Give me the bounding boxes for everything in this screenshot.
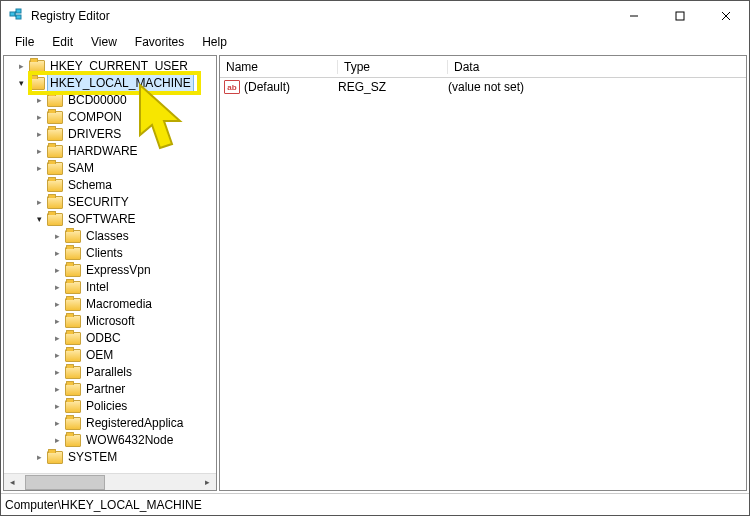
app-icon — [9, 8, 25, 24]
tree-item[interactable]: Macromedia — [6, 296, 216, 313]
chevron-right-icon[interactable] — [50, 415, 64, 432]
chevron-down-icon[interactable] — [14, 75, 28, 92]
folder-icon — [65, 298, 81, 311]
tree-item[interactable]: Parallels — [6, 364, 216, 381]
scroll-left-icon[interactable]: ◂ — [4, 474, 21, 491]
value-row[interactable]: ab(Default)REG_SZ(value not set) — [220, 78, 746, 96]
tree-item-label: Policies — [84, 398, 129, 415]
chevron-right-icon[interactable] — [50, 347, 64, 364]
horizontal-scrollbar[interactable]: ◂ ▸ — [4, 473, 216, 490]
tree-item[interactable]: DRIVERS — [6, 126, 216, 143]
tree-item-label: SECURITY — [66, 194, 131, 211]
folder-icon — [65, 400, 81, 413]
folder-icon — [47, 213, 63, 226]
tree-item[interactable]: BCD00000 — [6, 92, 216, 109]
tree-item[interactable]: SOFTWARE — [6, 211, 216, 228]
tree-item-label: Clients — [84, 245, 125, 262]
tree-item[interactable]: SAM — [6, 160, 216, 177]
tree-item[interactable]: HKEY_LOCAL_MACHINE — [6, 75, 216, 92]
status-path: Computer\HKEY_LOCAL_MACHINE — [5, 498, 202, 512]
menu-edit[interactable]: Edit — [44, 33, 81, 51]
content-area: HKEY_CURRENT_USERHKEY_LOCAL_MACHINEBCD00… — [1, 53, 749, 493]
tree-item[interactable]: HARDWARE — [6, 143, 216, 160]
folder-icon — [47, 179, 63, 192]
column-name[interactable]: Name — [220, 60, 338, 74]
folder-icon — [65, 366, 81, 379]
tree-item[interactable]: OEM — [6, 347, 216, 364]
folder-icon — [47, 451, 63, 464]
tree-item[interactable]: WOW6432Node — [6, 432, 216, 449]
column-type[interactable]: Type — [338, 60, 448, 74]
menu-file[interactable]: File — [7, 33, 42, 51]
scroll-thumb[interactable] — [25, 475, 105, 490]
registry-tree[interactable]: HKEY_CURRENT_USERHKEY_LOCAL_MACHINEBCD00… — [4, 56, 216, 468]
chevron-right-icon[interactable] — [50, 330, 64, 347]
chevron-right-icon[interactable] — [50, 313, 64, 330]
tree-item[interactable]: Clients — [6, 245, 216, 262]
tree-item[interactable]: ExpressVpn — [6, 262, 216, 279]
folder-icon — [65, 230, 81, 243]
chevron-right-icon[interactable] — [50, 381, 64, 398]
tree-item-label: OEM — [84, 347, 115, 364]
close-button[interactable] — [703, 1, 749, 31]
chevron-right-icon[interactable] — [50, 296, 64, 313]
tree-item-label: ExpressVpn — [84, 262, 153, 279]
tree-item[interactable]: SECURITY — [6, 194, 216, 211]
tree-item-label: Macromedia — [84, 296, 154, 313]
chevron-right-icon[interactable] — [32, 160, 46, 177]
menu-help[interactable]: Help — [194, 33, 235, 51]
title-bar[interactable]: Registry Editor — [1, 1, 749, 31]
minimize-button[interactable] — [611, 1, 657, 31]
tree-item[interactable]: SYSTEM — [6, 449, 216, 466]
chevron-right-icon[interactable] — [14, 58, 28, 75]
folder-icon — [47, 128, 63, 141]
column-data[interactable]: Data — [448, 60, 746, 74]
chevron-right-icon[interactable] — [32, 109, 46, 126]
menu-bar: File Edit View Favorites Help — [1, 31, 749, 53]
chevron-right-icon[interactable] — [32, 194, 46, 211]
tree-item[interactable]: HKEY_CURRENT_USER — [6, 58, 216, 75]
maximize-button[interactable] — [657, 1, 703, 31]
chevron-right-icon[interactable] — [50, 364, 64, 381]
chevron-right-icon[interactable] — [32, 92, 46, 109]
chevron-right-icon[interactable] — [50, 279, 64, 296]
menu-favorites[interactable]: Favorites — [127, 33, 192, 51]
chevron-right-icon[interactable] — [50, 245, 64, 262]
folder-icon — [65, 315, 81, 328]
tree-item[interactable]: Classes — [6, 228, 216, 245]
menu-view[interactable]: View — [83, 33, 125, 51]
tree-item-label: DRIVERS — [66, 126, 123, 143]
values-header[interactable]: Name Type Data — [220, 56, 746, 78]
chevron-right-icon[interactable] — [32, 449, 46, 466]
scroll-right-icon[interactable]: ▸ — [199, 474, 216, 491]
tree-item[interactable]: COMPON — [6, 109, 216, 126]
tree-item[interactable]: Intel — [6, 279, 216, 296]
folder-icon — [65, 247, 81, 260]
tree-item-label: COMPON — [66, 109, 124, 126]
chevron-right-icon[interactable] — [32, 126, 46, 143]
chevron-right-icon[interactable] — [32, 143, 46, 160]
string-value-icon: ab — [224, 80, 240, 94]
values-list[interactable]: ab(Default)REG_SZ(value not set) — [220, 78, 746, 490]
svg-line-4 — [15, 14, 16, 17]
svg-rect-1 — [16, 9, 21, 13]
tree-item-label: Microsoft — [84, 313, 137, 330]
tree-item-label: Schema — [66, 177, 114, 194]
tree-item-label: BCD00000 — [66, 92, 129, 109]
folder-icon — [65, 349, 81, 362]
tree-item[interactable]: RegisteredApplica — [6, 415, 216, 432]
folder-icon — [65, 417, 81, 430]
tree-item[interactable]: ODBC — [6, 330, 216, 347]
tree-item[interactable]: Schema — [6, 177, 216, 194]
status-bar: Computer\HKEY_LOCAL_MACHINE — [1, 493, 749, 515]
tree-item[interactable]: Policies — [6, 398, 216, 415]
chevron-right-icon[interactable] — [50, 398, 64, 415]
tree-item-label: HARDWARE — [66, 143, 140, 160]
chevron-right-icon[interactable] — [50, 228, 64, 245]
chevron-down-icon[interactable] — [32, 211, 46, 228]
chevron-right-icon[interactable] — [50, 262, 64, 279]
folder-icon — [65, 383, 81, 396]
chevron-right-icon[interactable] — [50, 432, 64, 449]
tree-item[interactable]: Partner — [6, 381, 216, 398]
tree-item[interactable]: Microsoft — [6, 313, 216, 330]
